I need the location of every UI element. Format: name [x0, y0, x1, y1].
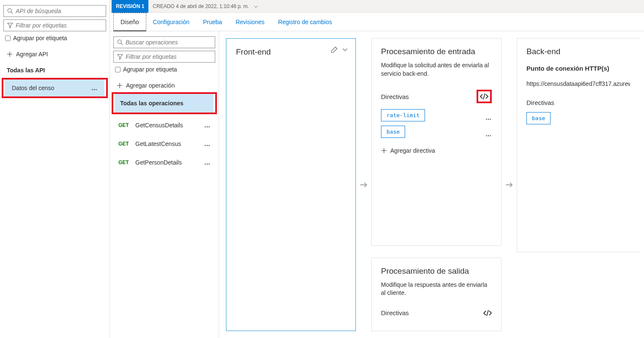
add-policy-button[interactable]: Agregar directiva	[381, 147, 492, 154]
api-item-menu[interactable]: …	[91, 85, 98, 91]
operation-menu[interactable]: …	[204, 140, 210, 147]
policy-menu[interactable]: …	[485, 114, 492, 121]
plus-icon	[7, 51, 13, 57]
ops-group-checkbox[interactable]	[115, 67, 121, 72]
ops-group-label: Agrupar por etiqueta	[123, 66, 177, 73]
tab-config[interactable]: Configuración	[146, 13, 196, 31]
ops-group-row: Agrupar por etiqueta	[115, 66, 214, 73]
api-sidebar: Agrupar por etiqueta Agregar API Todas l…	[0, 0, 110, 338]
directives-label: Directivas	[526, 99, 554, 106]
svg-line-5	[121, 43, 123, 45]
add-policy-label: Agregar directiva	[390, 147, 435, 154]
api-item-census[interactable]: Datos del censo …	[5, 80, 104, 96]
tab-design[interactable]: Diseño	[113, 13, 146, 31]
all-apis-label[interactable]: Todas las API	[3, 61, 106, 78]
frontend-card[interactable]: Front-end	[226, 38, 356, 331]
backend-card: Back-end Punto de conexión HTTP(s) https…	[517, 38, 639, 252]
inbound-card: Procesamiento de entrada Modifique la so…	[371, 38, 501, 246]
code-editor-button[interactable]	[483, 310, 492, 316]
inbound-desc: Modifique la solicitud antes de enviarla…	[381, 61, 492, 78]
add-operation-button[interactable]: Agregar operación	[113, 79, 215, 92]
api-search-input[interactable]	[16, 8, 102, 14]
ops-filter-input[interactable]	[126, 53, 211, 60]
ops-search-box[interactable]	[113, 36, 215, 48]
ops-search-input[interactable]	[126, 39, 211, 46]
directives-label: Directivas	[381, 309, 409, 316]
svg-line-1	[11, 12, 13, 14]
outbound-desc: Modifique la respuesta antes de enviarla…	[381, 281, 492, 297]
http-method: GET	[118, 159, 135, 165]
endpoint-label: Punto de conexión HTTP(s)	[526, 65, 630, 72]
http-method: GET	[118, 122, 135, 128]
backend-title: Back-end	[526, 47, 630, 56]
pipeline-stages: Front-end Proce	[219, 31, 644, 338]
flow-arrow	[356, 38, 371, 331]
created-timestamp: CREADO 4 de abril de 2022, 1:10:46 p. m.	[153, 3, 258, 9]
revision-bar: REVISIÓN 1 CREADO 4 de abril de 2022, 1:…	[110, 0, 644, 13]
filter-icon	[7, 22, 13, 28]
search-icon	[7, 8, 13, 14]
outbound-card: Procesamiento de salida Modifique la res…	[371, 258, 501, 331]
frontend-title: Front-end	[236, 47, 346, 57]
api-search-box[interactable]	[3, 5, 106, 17]
highlight-annotation: Datos del censo …	[2, 78, 108, 98]
edit-icon[interactable]	[331, 47, 337, 53]
flow-arrow	[501, 38, 517, 331]
all-operations-label: Todas las operaciones	[120, 100, 184, 107]
http-method: GET	[118, 141, 135, 147]
chevron-down-icon[interactable]	[343, 48, 348, 52]
svg-point-0	[8, 8, 11, 12]
policy-tag-base[interactable]: base	[526, 112, 551, 124]
plus-icon	[117, 82, 123, 88]
ops-filter-box[interactable]	[113, 51, 215, 63]
endpoint-url[interactable]: https://censusdataapi6ed7cff317.azurew	[526, 80, 630, 87]
operation-name: GetLatestCensus	[135, 140, 181, 147]
plus-icon	[381, 148, 387, 154]
all-operations-item[interactable]: Todas las operaciones	[115, 94, 214, 113]
operation-menu[interactable]: …	[204, 122, 210, 129]
tab-changelog[interactable]: Registro de cambios	[271, 13, 339, 31]
policy-menu[interactable]: …	[485, 131, 492, 137]
inbound-title: Procesamiento de entrada	[381, 47, 492, 56]
api-filter-input[interactable]	[16, 22, 102, 29]
operation-item[interactable]: GET GetLatestCensus …	[113, 135, 215, 153]
tab-revisions[interactable]: Revisiones	[229, 13, 271, 31]
directives-label: Directivas	[381, 93, 409, 100]
operation-item[interactable]: GET GetPersonDetails …	[113, 153, 215, 172]
tab-bar: Diseño Configuración Prueba Revisiones R…	[110, 13, 644, 31]
group-by-tag-row: Agrupar por etiqueta	[5, 35, 104, 41]
policy-tag-base[interactable]: base	[381, 126, 405, 138]
api-filter-box[interactable]	[3, 19, 106, 31]
operation-name: GetCensusDetails	[135, 122, 183, 129]
policy-tag-rate-limit[interactable]: rate-limit	[381, 109, 425, 121]
add-api-button[interactable]: Agregar API	[3, 47, 106, 61]
add-api-label: Agregar API	[16, 51, 48, 58]
add-operation-label: Agregar operación	[126, 82, 175, 89]
operations-panel: Agrupar por etiqueta Agregar operación T…	[110, 31, 219, 338]
revision-badge[interactable]: REVISIÓN 1	[112, 0, 148, 13]
api-item-label: Datos del censo	[12, 85, 54, 91]
search-icon	[117, 39, 123, 45]
operation-name: GetPersonDetails	[135, 159, 182, 166]
main-content: REVISIÓN 1 CREADO 4 de abril de 2022, 1:…	[110, 0, 644, 338]
highlight-annotation: Todas las operaciones	[112, 92, 217, 114]
chevron-down-icon[interactable]	[254, 3, 258, 9]
operation-menu[interactable]: …	[204, 159, 210, 166]
filter-icon	[117, 54, 123, 60]
group-by-tag-checkbox[interactable]	[5, 36, 11, 41]
svg-point-4	[118, 40, 121, 44]
tab-test[interactable]: Prueba	[196, 13, 229, 31]
operation-item[interactable]: GET GetCensusDetails …	[113, 116, 215, 135]
outbound-title: Procesamiento de salida	[381, 267, 492, 276]
code-editor-button[interactable]	[477, 90, 492, 103]
group-by-tag-label: Agrupar por etiqueta	[13, 35, 67, 41]
